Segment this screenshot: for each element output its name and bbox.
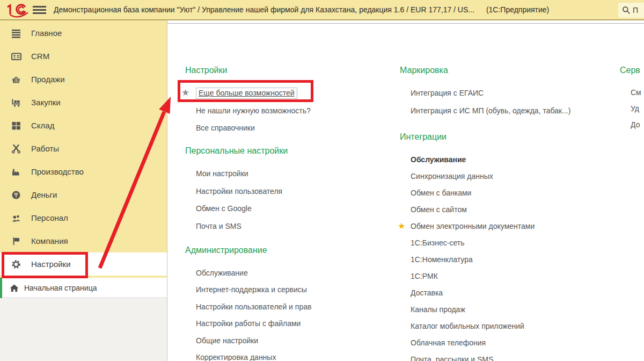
link-data-sync[interactable]: Синхронизация данных <box>411 168 535 184</box>
sidebar-empty-area <box>0 299 167 361</box>
database-title: Демонстрационная база компании "Уют" / У… <box>54 5 474 14</box>
sidebar-item-main[interactable]: Главное <box>0 21 167 45</box>
section-integrations: Интеграции Обслуживание Синхронизация да… <box>400 132 535 361</box>
sidebar-item-settings[interactable]: Настройки <box>0 252 167 276</box>
link-integr-maintenance[interactable]: Обслуживание <box>411 151 535 168</box>
link-more-features-label[interactable]: Еще больше возможностей <box>196 88 297 99</box>
link-my-settings[interactable]: Мои настройки <box>196 165 288 183</box>
section-service-title: Серв <box>620 65 641 76</box>
link-service-item-1[interactable]: См <box>631 84 641 100</box>
sidebar-item-company[interactable]: Компания <box>0 229 167 252</box>
link-users-rights-settings[interactable]: Настройки пользователей и прав <box>196 298 311 315</box>
basket-icon <box>11 74 21 85</box>
link-cloud-telephony[interactable]: Облачная телефония <box>411 334 535 351</box>
warehouse-icon <box>11 120 21 131</box>
sidebar-item-crm[interactable]: CRM <box>0 45 167 68</box>
factory-icon <box>11 167 21 177</box>
section-marking: Маркировка Интеграция с ЕГАИС Интеграция… <box>400 65 570 119</box>
link-file-settings[interactable]: Настройки работы с файлами <box>196 315 311 333</box>
favorite-star-icon[interactable]: ★ <box>398 221 405 231</box>
contact-card-icon <box>11 51 21 62</box>
section-marking-title: Маркировка <box>400 65 570 76</box>
link-data-correction[interactable]: Корректировка данных <box>196 349 311 361</box>
sidebar-item-purchases[interactable]: Закупки <box>0 91 167 114</box>
section-personal-settings: Персональные настройки Мои настройки Нас… <box>185 146 288 235</box>
link-not-found-feature[interactable]: Не нашли нужную возможность? <box>196 102 311 120</box>
sidebar-item-money[interactable]: Деньги <box>0 183 167 206</box>
people-icon <box>11 213 21 223</box>
link-all-catalogs[interactable]: Все справочники <box>196 119 311 137</box>
link-edi-exchange[interactable]: ★ Обмен электронными документами <box>411 218 535 234</box>
search-placeholder-fragment: П <box>633 6 638 15</box>
section-admin-title: Администрирование <box>185 245 311 256</box>
section-panel: Главное CRM Продажи <box>0 20 167 278</box>
section-administration: Администрирование Обслуживание Интернет-… <box>185 245 311 361</box>
link-site-exchange[interactable]: Обмен с сайтом <box>411 201 535 218</box>
sidebar-item-staff[interactable]: Персонал <box>0 206 167 229</box>
link-egais-integration[interactable]: Интеграция с ЕГАИС <box>411 84 570 102</box>
app-name-label: (1С:Предприятие) <box>486 5 549 14</box>
link-google-exchange[interactable]: Обмен с Google <box>196 200 288 218</box>
link-service-item-2[interactable]: Уд <box>631 100 641 117</box>
search-icon <box>622 6 631 15</box>
home-icon <box>9 283 19 295</box>
link-sales-channels[interactable]: Каналы продаж <box>411 301 535 317</box>
link-mail-newsletters-sms[interactable]: Почта, рассылки и SMS <box>411 351 535 361</box>
title-bar: Демонстрационная база компании "Уют" / У… <box>0 0 644 20</box>
sidebar-item-works[interactable]: Работы <box>0 137 167 160</box>
section-personal-title: Персональные настройки <box>185 146 288 156</box>
active-tab-stripe <box>0 278 2 298</box>
link-service-item-3[interactable]: До <box>631 117 641 133</box>
link-maintenance[interactable]: Обслуживание <box>196 264 311 281</box>
sidebar-item-sales[interactable]: Продажи <box>0 68 167 91</box>
link-delivery[interactable]: Доставка <box>411 284 535 301</box>
search-input[interactable]: П <box>618 3 644 18</box>
section-settings-title: Настройки <box>185 65 311 76</box>
link-1c-business-network[interactable]: 1С:Бизнес-сеть <box>411 234 535 251</box>
window-title: Демонстрационная база компании "Уют" / У… <box>54 0 549 19</box>
link-mobile-apps-catalog[interactable]: Каталог мобильных приложений <box>411 317 535 334</box>
content-top-divider <box>167 23 644 24</box>
link-1c-nomenclature[interactable]: 1С:Номенклатура <box>411 251 535 268</box>
link-user-settings[interactable]: Настройки пользователя <box>196 183 288 200</box>
section-settings: Настройки ★ Еще больше возможностей Не н… <box>185 65 311 137</box>
section-integrations-title: Интеграции <box>400 132 535 142</box>
link-1c-rmk[interactable]: 1С:РМК <box>411 268 535 284</box>
link-bank-exchange[interactable]: Обмен с банками <box>411 184 535 201</box>
link-general-settings[interactable]: Общие настройки <box>196 332 311 349</box>
link-ismp-integration[interactable]: Интеграция с ИС МП (обувь, одежда, табак… <box>411 102 570 120</box>
sidebar-item-home-page[interactable]: Начальная страница <box>0 278 167 298</box>
sidebar-item-production[interactable]: Производство <box>0 160 167 183</box>
tools-icon <box>11 143 21 154</box>
flag-icon <box>11 236 21 247</box>
list-icon <box>11 28 21 39</box>
1c-logo-icon <box>4 2 29 20</box>
gear-icon <box>11 259 21 270</box>
section-service: Серв См Уд До <box>620 65 641 133</box>
coin-tenge-icon <box>11 190 21 200</box>
link-more-features[interactable]: ★ Еще больше возможностей <box>196 84 311 102</box>
cart-icon <box>11 97 21 108</box>
sidebar-content-divider <box>167 20 167 361</box>
sidebar-item-warehouse[interactable]: Склад <box>0 114 167 137</box>
link-mail-and-sms[interactable]: Почта и SMS <box>196 218 288 235</box>
favorite-star-icon[interactable]: ★ <box>181 87 189 98</box>
main-menu-hamburger-icon[interactable] <box>33 6 46 15</box>
link-internet-support[interactable]: Интернет-поддержка и сервисы <box>196 281 311 299</box>
